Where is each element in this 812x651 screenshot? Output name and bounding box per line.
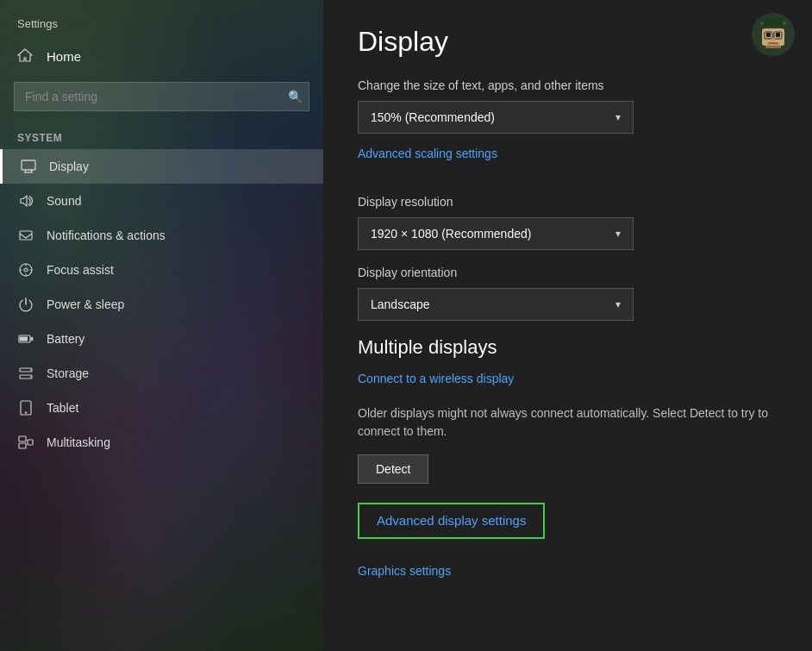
sidebar-item-focus[interactable]: Focus assist: [0, 253, 323, 287]
home-label: Home: [47, 49, 81, 64]
multitasking-label: Multitasking: [47, 435, 110, 449]
svg-point-14: [25, 412, 27, 414]
svg-point-12: [30, 376, 31, 377]
scale-section: Change the size of text, apps, and other…: [358, 78, 778, 179]
resolution-dropdown-arrow: ▾: [615, 228, 621, 240]
orientation-dropdown-arrow: ▾: [615, 298, 621, 310]
orientation-dropdown[interactable]: Landscape ▾: [358, 288, 634, 321]
svg-rect-22: [776, 33, 780, 37]
resolution-label: Display resolution: [358, 195, 778, 209]
orientation-value: Landscape: [371, 297, 430, 311]
resolution-dropdown[interactable]: 1920 × 1080 (Recommended) ▾: [358, 217, 634, 250]
multitasking-icon: [17, 434, 34, 451]
advanced-scaling-link[interactable]: Advanced scaling settings: [358, 147, 497, 160]
search-box: 🔍: [14, 82, 309, 111]
svg-rect-0: [22, 160, 35, 170]
orientation-section: Display orientation Landscape ▾: [358, 266, 778, 321]
power-icon: [17, 296, 34, 313]
focus-icon: [17, 261, 34, 279]
main-content: Display Change the size of text, apps, a…: [323, 0, 812, 651]
sound-icon: [17, 192, 34, 210]
tablet-icon: [17, 399, 34, 416]
avatar-area: [752, 13, 795, 56]
multiple-displays-title: Multiple displays: [358, 336, 778, 359]
sidebar-item-battery[interactable]: Battery: [0, 322, 323, 356]
display-label: Display: [49, 160, 89, 173]
focus-label: Focus assist: [47, 263, 114, 277]
older-displays-text: Older displays might not always connect …: [358, 404, 778, 441]
sidebar-item-notifications[interactable]: Notifications & actions: [0, 218, 323, 253]
battery-icon: [17, 330, 34, 347]
svg-rect-27: [768, 42, 778, 44]
resolution-section: Display resolution 1920 × 1080 (Recommen…: [358, 195, 778, 250]
sidebar-item-storage[interactable]: Storage: [0, 356, 323, 391]
power-label: Power & sleep: [47, 297, 124, 311]
sound-label: Sound: [47, 194, 81, 208]
scale-dropdown-arrow: ▾: [615, 111, 621, 123]
storage-label: Storage: [47, 366, 89, 380]
display-icon: [20, 158, 37, 175]
svg-rect-13: [21, 401, 31, 415]
svg-point-11: [30, 369, 31, 370]
sidebar-item-power[interactable]: Power & sleep: [0, 287, 323, 322]
sidebar: Settings Home 🔍 System Display: [0, 0, 323, 651]
avatar: [752, 13, 795, 56]
advanced-display-link[interactable]: Advanced display settings: [377, 513, 526, 528]
sidebar-item-sound[interactable]: Sound: [0, 184, 323, 218]
scale-label: Change the size of text, apps, and other…: [358, 78, 778, 92]
storage-icon: [17, 365, 34, 382]
sidebar-item-home[interactable]: Home: [0, 39, 323, 73]
home-icon: [17, 47, 34, 65]
wireless-display-link[interactable]: Connect to a wireless display: [358, 372, 514, 385]
graphics-settings-link[interactable]: Graphics settings: [358, 564, 451, 578]
scale-value: 150% (Recommended): [371, 110, 495, 124]
svg-rect-16: [19, 443, 26, 448]
svg-rect-17: [28, 440, 33, 445]
svg-rect-26: [771, 38, 775, 41]
search-input[interactable]: [14, 82, 309, 111]
svg-rect-19: [764, 18, 783, 25]
svg-rect-29: [765, 46, 781, 48]
detect-button[interactable]: Detect: [358, 454, 428, 484]
notifications-icon: [17, 227, 34, 244]
orientation-label: Display orientation: [358, 266, 778, 279]
advanced-display-link-box: Advanced display settings: [358, 503, 545, 539]
page-title: Display: [358, 26, 778, 58]
sidebar-item-tablet[interactable]: Tablet: [0, 391, 323, 425]
svg-rect-15: [19, 436, 26, 441]
resolution-value: 1920 × 1080 (Recommended): [371, 227, 531, 241]
svg-rect-8: [20, 337, 28, 341]
system-section-label: System: [0, 125, 323, 149]
sidebar-item-display[interactable]: Display: [0, 149, 323, 184]
app-title: Settings: [0, 0, 323, 39]
scale-dropdown[interactable]: 150% (Recommended) ▾: [358, 101, 634, 134]
svg-point-6: [24, 268, 28, 272]
sidebar-item-multitasking[interactable]: Multitasking: [0, 425, 323, 460]
svg-rect-21: [766, 33, 771, 37]
battery-label: Battery: [47, 332, 84, 346]
notifications-label: Notifications & actions: [47, 228, 166, 242]
tablet-label: Tablet: [47, 401, 78, 415]
search-button[interactable]: 🔍: [288, 90, 303, 103]
